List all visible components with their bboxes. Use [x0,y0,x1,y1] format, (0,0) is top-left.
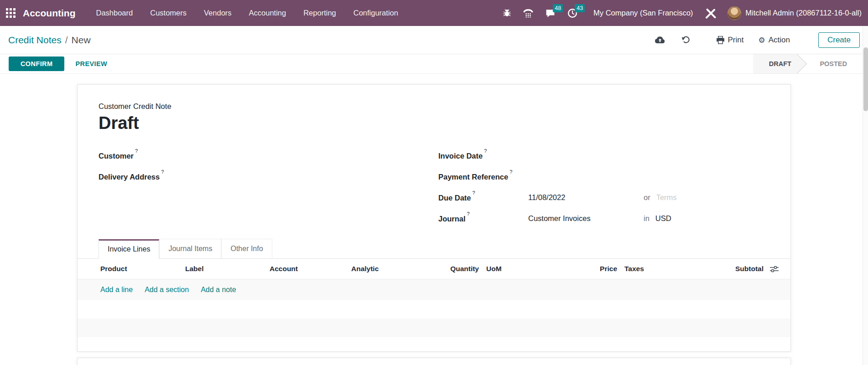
grid-icon [6,8,16,18]
help-marker: ? [135,148,138,154]
document-title: Draft [99,113,769,133]
invoice-date-label: Invoice Date? [438,151,528,160]
print-button[interactable]: Print [716,36,744,45]
user-avatar[interactable] [728,6,741,20]
breadcrumb-credit-notes[interactable]: Credit Notes [8,35,62,46]
right-field-column: Invoice Date? Payment Reference? Due Dat… [438,145,769,229]
preview-button[interactable]: PREVIEW [75,60,107,67]
column-header-product[interactable]: Product [100,265,185,273]
field-groups: Customer? Delivery Address? Invoice Date… [99,145,769,229]
payment-terms-input[interactable]: Terms [656,193,677,202]
notebook-tabs: Invoice Lines Journal Items Other Info [78,239,790,259]
action-label: Action [769,36,790,45]
messages-icon[interactable]: 48 [539,0,561,26]
menu-configuration[interactable]: Configuration [345,0,407,26]
document-type-label: Customer Credit Note [99,102,769,111]
empty-table-row [78,337,790,352]
column-header-uom[interactable]: UoM [486,265,529,273]
app-title[interactable]: Accounting [23,8,76,19]
company-switcher[interactable]: My Company (San Francisco) [593,9,693,17]
help-marker: ? [509,169,512,175]
apps-menu-icon[interactable] [0,0,22,26]
payment-reference-label: Payment Reference? [438,172,528,181]
column-header-taxes[interactable]: Taxes [624,265,689,273]
top-navbar: Accounting Dashboard Customers Vendors A… [0,0,868,26]
due-date-input[interactable]: 11/08/2022 [528,193,644,202]
add-a-section-link[interactable]: Add a section [145,286,189,294]
stage-posted[interactable]: POSTED [807,54,860,73]
journal-label: Journal? [438,214,528,223]
create-button[interactable]: Create [818,32,860,48]
credit-note-sheet: Customer Credit Note Draft Customer? Del… [77,84,791,352]
due-date-label: Due Date? [438,193,528,202]
debug-bug-icon[interactable] [497,0,517,26]
table-header-row: Product Label Account Analytic Quantity … [78,259,790,279]
in-label: in [644,214,650,223]
stage-draft[interactable]: DRAFT [753,54,807,73]
journal-input[interactable]: Customer Invoices [528,214,644,223]
left-field-column: Customer? Delivery Address? [99,145,438,229]
gear-icon: ⚙ [758,36,765,45]
currency-input[interactable]: USD [655,214,671,223]
main-menu: Dashboard Customers Vendors Accounting R… [88,0,407,26]
due-date-field-row: Due Date? 11/08/2022 or Terms [438,187,769,208]
breadcrumb: Credit Notes / New [8,35,91,46]
stage-draft-label: DRAFT [769,60,791,67]
help-marker: ? [161,169,164,175]
menu-accounting[interactable]: Accounting [240,0,295,26]
column-header-quantity[interactable]: Quantity [438,265,479,273]
next-section-card [77,358,791,365]
tab-journal-items[interactable]: Journal Items [159,239,221,258]
journal-field-row: Journal? Customer Invoices in USD [438,208,769,229]
systray: 48 43 My Company (San Francisco) Mitchel… [497,0,868,26]
customer-field-row[interactable]: Customer? [99,145,438,166]
control-panel-actions: Print ⚙ Action Create [655,32,860,48]
menu-customers[interactable]: Customers [141,0,195,26]
action-menu-button[interactable]: ⚙ Action [758,36,790,45]
form-view: Customer Credit Note Draft Customer? Del… [0,84,868,365]
invoice-date-field-row: Invoice Date? [438,145,769,166]
column-header-label[interactable]: Label [185,265,270,273]
empty-table-row [78,319,790,337]
scrollbar-thumb[interactable] [863,47,868,111]
column-header-analytic[interactable]: Analytic [351,265,438,273]
menu-vendors[interactable]: Vendors [195,0,240,26]
form-statusbar: CONFIRM PREVIEW DRAFT POSTED [0,54,868,74]
delivery-address-label: Delivery Address? [99,172,164,181]
delivery-address-field-row[interactable]: Delivery Address? [99,166,438,187]
customer-label: Customer? [99,151,138,160]
activities-count-badge[interactable]: 43 [575,4,585,12]
add-a-note-link[interactable]: Add a note [201,286,236,294]
tab-other-info[interactable]: Other Info [221,239,272,258]
add-a-line-link[interactable]: Add a line [100,286,133,294]
confirm-button[interactable]: CONFIRM [9,57,64,71]
tab-invoice-lines[interactable]: Invoice Lines [99,239,159,259]
breadcrumb-current: New [72,35,91,46]
column-header-price[interactable]: Price [529,265,617,273]
discard-undo-icon[interactable] [681,35,691,45]
menu-dashboard[interactable]: Dashboard [88,0,142,26]
table-add-row: Add a line Add a section Add a note [78,279,790,300]
help-marker: ? [467,211,470,216]
voip-phone-icon[interactable] [517,0,539,26]
help-marker: ? [473,190,475,195]
menu-reporting[interactable]: Reporting [295,0,345,26]
optional-columns-sliders-icon[interactable] [764,266,791,272]
vertical-scrollbar [863,26,868,365]
activities-clock-icon[interactable]: 43 [561,0,583,26]
breadcrumb-separator: / [65,35,68,46]
invoice-lines-table: Product Label Account Analytic Quantity … [78,259,790,352]
column-header-account[interactable]: Account [270,265,351,273]
control-panel: Credit Notes / New Print ⚙ A [0,26,868,54]
stage-widget: DRAFT POSTED [753,54,860,73]
help-marker: ? [484,148,487,154]
print-label: Print [728,36,744,45]
printer-icon [716,36,725,44]
tools-wrench-icon[interactable] [700,0,721,26]
user-menu[interactable]: Mitchell Admin (20867112-16-0-all) [745,9,868,17]
save-cloud-icon[interactable] [655,36,665,44]
column-header-subtotal[interactable]: Subtotal [689,265,764,273]
or-label: or [644,193,650,202]
empty-table-row [78,300,790,319]
payment-reference-field-row: Payment Reference? [438,166,769,187]
